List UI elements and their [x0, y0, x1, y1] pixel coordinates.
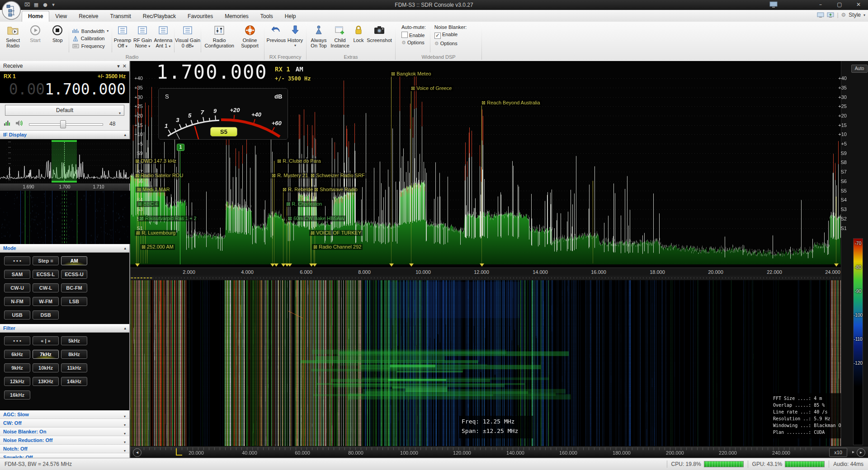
mode-button[interactable]: DSB: [33, 310, 59, 320]
maximize-button[interactable]: ▢: [830, 0, 849, 9]
filter-button[interactable]: 7kHz: [33, 350, 59, 359]
ribbon-tab[interactable]: Home: [22, 11, 49, 22]
monitor-icon[interactable]: [817, 12, 824, 18]
nav-right-icon[interactable]: ▸: [857, 448, 865, 457]
mode-button[interactable]: BC-FM: [61, 283, 87, 292]
auto-mute-options-button[interactable]: ⚙ Options: [401, 40, 426, 46]
section-header-mode[interactable]: Mode ▴: [0, 244, 129, 253]
select-radio-button[interactable]: Select Radio: [2, 23, 24, 54]
filter-button[interactable]: 14kHz: [61, 377, 87, 386]
noise-blanker-options-button[interactable]: ⚙ Options: [434, 41, 467, 47]
mode-button[interactable]: • • •: [4, 256, 30, 265]
ribbon-tab[interactable]: Receive: [73, 11, 104, 22]
stop-button[interactable]: Stop: [47, 23, 69, 54]
station-label[interactable]: ⊠DWD 147.3 kHz: [134, 158, 178, 164]
mode-button[interactable]: USB: [4, 310, 30, 320]
mode-collapse-icon[interactable]: ▴: [124, 244, 126, 252]
station-label[interactable]: ⊠Shortwave Radio: [313, 187, 359, 193]
speaker-icon[interactable]: [15, 120, 24, 128]
palette-auto-button[interactable]: Auto: [851, 65, 868, 73]
display-icon[interactable]: [769, 1, 778, 9]
receive-panel-header[interactable]: Receive ▾ ✕: [0, 61, 129, 71]
mode-button[interactable]: SAM: [4, 270, 30, 279]
rx-marker-badge[interactable]: 1: [177, 144, 184, 151]
ribbon-tab[interactable]: Transmit: [104, 11, 137, 22]
app-logo-icon[interactable]: [1, 0, 21, 20]
tuning-triangle-icon[interactable]: [480, 263, 484, 267]
online-support-button[interactable]: Online Support: [237, 23, 262, 54]
antenna-button[interactable]: Antenna Ant 1 ▾: [152, 23, 174, 54]
style-dropdown-icon[interactable]: ▾: [863, 13, 865, 17]
style-gear-icon[interactable]: ⚙: [841, 12, 846, 18]
mode-button[interactable]: CW-U: [4, 283, 30, 292]
dsp-row[interactable]: Noise Reduction: Off ▾: [0, 436, 129, 445]
calibration-button[interactable]: Calibration: [72, 36, 108, 42]
always-on-top-button[interactable]: Always On Top: [308, 23, 329, 54]
tuning-triangle-icon[interactable]: [274, 263, 278, 267]
noise-blanker-enable-checkbox[interactable]: ✓ Enable: [434, 32, 467, 39]
ribbon-tab[interactable]: Memories: [219, 11, 255, 22]
filter-button[interactable]: 8kHz: [61, 350, 87, 359]
mode-button[interactable]: ECSS-U: [61, 270, 87, 279]
station-label[interactable]: ⊠Reach Beyond Australia: [480, 100, 542, 106]
station-label[interactable]: ⊠R. Charleston: [285, 201, 323, 207]
dsp-row[interactable]: AGC: Slow ▾: [0, 410, 129, 419]
filter-button[interactable]: 5kHz: [61, 336, 87, 345]
monitor-plus-icon[interactable]: [827, 12, 834, 18]
span-scrollbar[interactable]: [130, 276, 841, 280]
spectrum-display[interactable]: +40+35+30+25+20+15+10+5S9S8S7S6S5S4S3S2S…: [130, 61, 841, 268]
previous-button[interactable]: Previous: [266, 23, 286, 54]
band-navigation-bar[interactable]: ◂ 20.00040.00060.00080.000100.000120.000…: [130, 446, 868, 458]
filter-collapse-icon[interactable]: ▴: [124, 324, 126, 332]
nav-left-icon[interactable]: ◂: [133, 448, 142, 457]
mode-button[interactable]: ECSS-L: [33, 270, 59, 279]
filter-button[interactable]: 11kHz: [61, 363, 87, 372]
tuning-triangle-icon[interactable]: [409, 263, 414, 267]
station-label[interactable]: ⊠252.000 AM: [140, 244, 175, 250]
tuning-triangle-icon[interactable]: [288, 263, 292, 267]
station-label[interactable]: ⊠R. Rebelde: [281, 187, 314, 193]
station-label[interactable]: ⊠Rikisutvarpid Ras 1 + 2: [138, 216, 198, 221]
station-label[interactable]: ⊠Voice of Greece: [410, 85, 453, 91]
mode-button[interactable]: CW-L: [33, 283, 59, 292]
ribbon-tab[interactable]: Favourites: [182, 11, 219, 22]
dsp-row[interactable]: Noise Blanker: On ▾: [0, 428, 129, 436]
station-label[interactable]: ⊠Medi 1 MAR: [136, 187, 171, 193]
volume-slider-thumb[interactable]: [60, 120, 66, 128]
ribbon-tab[interactable]: Rec/Playback: [137, 11, 182, 22]
minimize-button[interactable]: –: [811, 0, 830, 9]
filter-button[interactable]: 9kHz: [4, 363, 30, 372]
frequency-button[interactable]: Frequency: [72, 43, 108, 49]
equalizer-icon[interactable]: [4, 120, 11, 128]
mode-button[interactable]: W-FM: [33, 297, 59, 306]
child-instance-button[interactable]: Child Instance: [329, 23, 351, 54]
close-button[interactable]: ✕: [849, 0, 868, 9]
ribbon-tab[interactable]: Help: [279, 11, 302, 22]
waterfall-display[interactable]: Freq: 12.25 MHz Span: ±12.25 MHz FFT Siz…: [130, 280, 841, 446]
tuning-triangle-icon[interactable]: [135, 263, 140, 267]
filter-button[interactable]: 16kHz: [4, 390, 30, 400]
panel-close-icon[interactable]: ✕: [123, 63, 127, 69]
frequency-axis[interactable]: 2.0004.0006.0008.00010.00012.00014.00016…: [130, 268, 841, 276]
station-label[interactable]: ⊠R. Luxembourg: [135, 230, 177, 236]
mode-button[interactable]: AM: [61, 256, 87, 265]
lock-button[interactable]: Lock: [351, 23, 366, 54]
filter-button[interactable]: 10kHz: [33, 363, 59, 372]
station-label[interactable]: ⊠R. Clube do Para: [276, 158, 322, 164]
station-label[interactable]: ⊠Radio Channel 292: [312, 244, 363, 250]
panel-dropdown-icon[interactable]: ▾: [117, 63, 120, 69]
profile-select[interactable]: Default ▾: [5, 105, 124, 116]
dsp-row[interactable]: Notch: Off ▾: [0, 445, 129, 453]
mode-button[interactable]: Step ≡: [33, 256, 59, 265]
style-button[interactable]: Style: [849, 12, 861, 18]
if-waterfall[interactable]: [0, 191, 130, 244]
preamp-button[interactable]: Preamp Off ▾: [112, 23, 133, 54]
visual-gain-button[interactable]: Visual Gain 0 dB▾: [175, 23, 201, 54]
history-button[interactable]: History ▾: [286, 23, 304, 54]
station-label[interactable]: ⊠Radio Satelor ROU: [134, 173, 184, 179]
screenshot-button[interactable]: Screenshot: [366, 23, 392, 54]
start-button[interactable]: Start: [24, 23, 46, 54]
tuning-triangle-icon[interactable]: [834, 263, 839, 267]
rf-gain-button[interactable]: RF Gain None ▾: [133, 23, 153, 54]
filter-button[interactable]: 6kHz: [4, 350, 30, 359]
